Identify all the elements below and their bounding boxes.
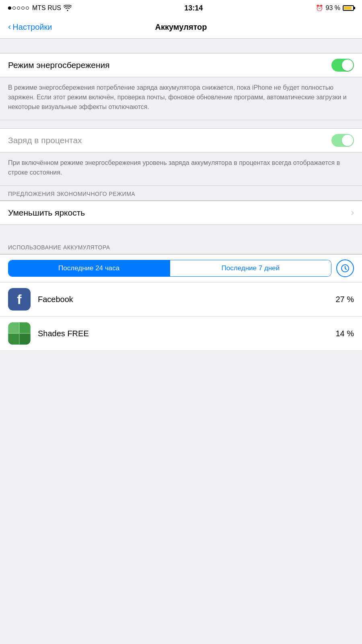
status-bar: MTS RUS 13:14 ⏰ 93 % bbox=[0, 0, 362, 16]
battery-percent-toggle-knob bbox=[342, 135, 353, 146]
time-btn-group: Последние 24 часа Последние 7 дней bbox=[8, 260, 331, 277]
alarm-icon: ⏰ bbox=[316, 4, 323, 12]
usage-section-header: ИСПОЛЬЗОВАНИЕ АККУМУЛЯТОРА bbox=[0, 239, 362, 254]
signal-dot-5 bbox=[26, 6, 29, 10]
back-button[interactable]: ‹ Настройки bbox=[8, 23, 52, 32]
content: Режим энергосбережения В режиме энергосб… bbox=[0, 39, 362, 367]
shades-icon bbox=[8, 322, 31, 345]
economy-header-text: ПРЕДЛОЖЕНИЯ ЭКОНОМИЧНОГО РЕЖИМА bbox=[8, 191, 135, 197]
clock-button[interactable] bbox=[336, 259, 354, 277]
shades-q1 bbox=[8, 322, 19, 333]
reduce-brightness-chevron-icon: › bbox=[351, 208, 354, 218]
battery-percent-description: При включённом режиме энергосбережения у… bbox=[8, 158, 354, 177]
status-right: ⏰ 93 % bbox=[316, 4, 354, 12]
btn-7d[interactable]: Последние 7 дней bbox=[170, 260, 331, 276]
facebook-app-percent: 27 % bbox=[335, 295, 354, 304]
power-saving-description: В режиме энергосбережения потребление за… bbox=[8, 83, 354, 112]
battery-icon bbox=[343, 5, 354, 11]
status-time: 13:14 bbox=[184, 4, 203, 12]
signal-dot-2 bbox=[12, 6, 16, 10]
usage-header-text: ИСПОЛЬЗОВАНИЕ АККУМУЛЯТОРА bbox=[8, 244, 110, 251]
battery-fill bbox=[344, 6, 352, 10]
battery-percent-label: 93 % bbox=[326, 4, 340, 12]
facebook-app-name: Facebook bbox=[38, 295, 328, 304]
battery-percent-description-block: При включённом режиме энергосбережения у… bbox=[0, 152, 362, 186]
reduce-brightness-label: Уменьшить яркость bbox=[8, 208, 85, 218]
clock-icon bbox=[341, 264, 350, 273]
reduce-brightness-row[interactable]: Уменьшить яркость › bbox=[0, 201, 362, 225]
signal-dot-4 bbox=[21, 6, 25, 10]
status-left: MTS RUS bbox=[8, 4, 72, 12]
power-saving-description-block: В режиме энергосбережения потребление за… bbox=[0, 77, 362, 120]
section-gap-1 bbox=[0, 39, 362, 53]
shades-q3 bbox=[8, 333, 19, 345]
shades-app-percent: 14 % bbox=[335, 329, 354, 338]
carrier-label: MTS RUS bbox=[32, 4, 61, 12]
battery-percent-label: Заряд в процентах bbox=[8, 136, 82, 145]
shades-q2 bbox=[19, 322, 31, 333]
power-saving-label: Режим энергосбережения bbox=[8, 60, 110, 70]
battery-percent-row[interactable]: Заряд в процентах bbox=[0, 128, 362, 152]
time-selector: Последние 24 часа Последние 7 дней bbox=[0, 254, 362, 282]
app-row-facebook[interactable]: f Facebook 27 % bbox=[0, 282, 362, 317]
btn-24h[interactable]: Последние 24 часа bbox=[8, 260, 169, 276]
shades-q4 bbox=[19, 333, 31, 345]
bottom-gap bbox=[0, 351, 362, 367]
signal-dot-3 bbox=[17, 6, 20, 10]
section-gap-2 bbox=[0, 120, 362, 128]
page-title: Аккумулятор bbox=[155, 23, 207, 32]
toggle-knob bbox=[342, 60, 353, 71]
battery-icon-container bbox=[343, 5, 354, 11]
facebook-icon: f bbox=[8, 288, 31, 311]
carrier-wifi: MTS RUS bbox=[32, 4, 72, 12]
economy-section-header: ПРЕДЛОЖЕНИЯ ЭКОНОМИЧНОГО РЕЖИМА bbox=[0, 186, 362, 201]
power-saving-toggle[interactable] bbox=[331, 59, 354, 72]
power-saving-row[interactable]: Режим энергосбережения bbox=[0, 53, 362, 77]
wifi-icon bbox=[64, 5, 72, 11]
app-row-shades[interactable]: Shades FREE 14 % bbox=[0, 317, 362, 351]
usage-section-gap bbox=[0, 225, 362, 239]
back-label: Настройки bbox=[12, 23, 52, 32]
signal-dots bbox=[8, 6, 29, 10]
shades-app-name: Shades FREE bbox=[38, 329, 328, 338]
nav-bar: ‹ Настройки Аккумулятор bbox=[0, 16, 362, 39]
battery-percent-toggle[interactable] bbox=[331, 134, 354, 147]
facebook-app-icon: f bbox=[8, 288, 31, 311]
back-chevron-icon: ‹ bbox=[8, 23, 11, 31]
shades-app-icon bbox=[8, 322, 31, 345]
signal-dot-1 bbox=[8, 6, 11, 10]
